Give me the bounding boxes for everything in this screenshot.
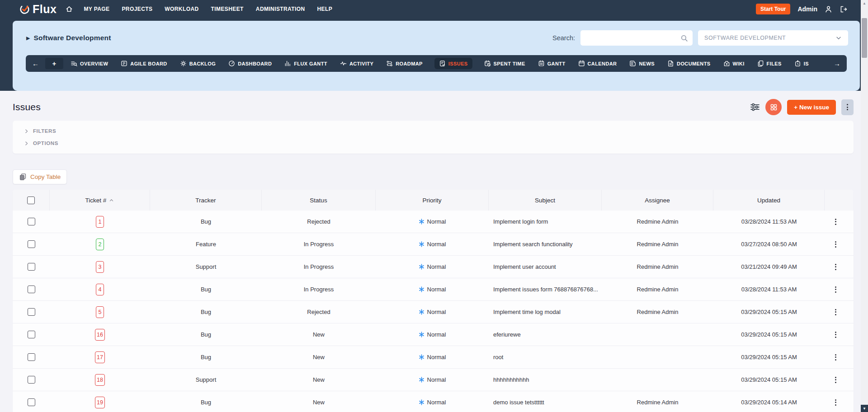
tab-label: AGILE BOARD (130, 61, 167, 66)
column-header-priority[interactable]: Priority (376, 190, 489, 211)
updated-value: 03/27/2024 08:50 AM (741, 241, 797, 248)
search-input[interactable] (585, 35, 680, 42)
scrollbar-thumb[interactable] (862, 18, 867, 58)
ticket-number-badge[interactable]: 18 (95, 374, 105, 386)
tab-is[interactable]: IS (793, 58, 810, 69)
assignee-value: Redmine Admin (637, 241, 679, 248)
row-menu-button[interactable] (825, 377, 846, 383)
row-checkbox[interactable] (28, 263, 35, 271)
row-menu-button[interactable] (825, 264, 846, 270)
tab-gantt[interactable]: GANTT (537, 58, 566, 69)
tab-calendar[interactable]: CALENDAR (577, 58, 618, 69)
priority-cell: Normal (376, 241, 489, 248)
column-header-subject[interactable]: Subject (489, 190, 602, 211)
ticket-number-badge[interactable]: 3 (96, 261, 104, 273)
subject-value[interactable]: demo issue tetstttttt (493, 399, 544, 406)
column-header-tracker[interactable]: Tracker (150, 190, 262, 211)
row-menu-button[interactable] (825, 354, 846, 360)
subject-value[interactable]: Implement search functionality (493, 241, 573, 248)
copy-table-button[interactable]: Copy Table (13, 169, 67, 184)
nav-item-workload[interactable]: WORKLOAD (165, 6, 198, 12)
subject-value[interactable]: Implement user account (493, 263, 556, 270)
new-issue-button[interactable]: + New issue (787, 100, 836, 115)
column-header-updated[interactable]: Updated (713, 190, 825, 211)
nav-item-timesheet[interactable]: TIMESHEET (211, 6, 244, 12)
row-checkbox[interactable] (28, 286, 35, 293)
tab-issues[interactable]: ISSUES (434, 58, 472, 69)
tab-news[interactable]: NEWS (628, 58, 656, 69)
tab-documents[interactable]: DOCUMENTS (666, 58, 712, 69)
start-tour-button[interactable]: Start Tour (756, 4, 790, 14)
nav-item-projects[interactable]: PROJECTS (122, 6, 152, 12)
row-menu-button[interactable] (825, 309, 846, 315)
column-header-assignee[interactable]: Assignee (602, 190, 713, 211)
row-checkbox[interactable] (28, 376, 35, 384)
tab-label: ISSUES (448, 61, 468, 66)
row-menu-button[interactable] (825, 286, 846, 293)
flux-logo[interactable]: Flux (19, 3, 57, 16)
ticket-number-badge[interactable]: 19 (95, 397, 105, 408)
column-header-status[interactable]: Status (262, 190, 376, 211)
select-all-checkbox[interactable] (27, 197, 35, 204)
row-checkbox[interactable] (28, 218, 35, 225)
row-checkbox[interactable] (28, 308, 35, 316)
ticket-number-badge[interactable]: 1 (96, 216, 104, 228)
add-tab-button[interactable]: + (45, 58, 63, 69)
row-menu-button[interactable] (825, 332, 846, 338)
row-menu-button[interactable] (825, 399, 846, 406)
tab-agile-board[interactable]: AGILE BOARD (120, 58, 168, 69)
tab-overview[interactable]: OVERVIEW (70, 58, 109, 69)
scroll-up-icon[interactable]: ▲ (861, 1, 868, 5)
tab-backlog[interactable]: BACKLOG (179, 58, 217, 69)
subject-value[interactable]: hhhhhhhhhhh (493, 376, 529, 383)
home-icon[interactable] (66, 5, 73, 13)
subject-value[interactable]: Implement login form (493, 218, 548, 225)
tab-dashboard[interactable]: DASHBOARD (227, 58, 273, 69)
row-checkbox[interactable] (28, 331, 35, 338)
column-header-ticket[interactable]: Ticket # (50, 190, 150, 211)
row-checkbox[interactable] (28, 398, 35, 406)
ticket-number-badge[interactable]: 5 (96, 306, 104, 318)
tabs-scroll-right-icon[interactable]: → (834, 60, 840, 67)
nav-item-help[interactable]: HELP (317, 6, 333, 12)
options-toggle[interactable]: OPTIONS (24, 140, 842, 146)
user-icon[interactable] (825, 5, 832, 13)
row-menu-button[interactable] (825, 241, 846, 248)
tab-files[interactable]: FILES (756, 58, 783, 69)
tab-spent-time[interactable]: SPENT TIME (483, 58, 526, 69)
subject-value[interactable]: Implement issues form 768876876768... (493, 286, 598, 293)
tab-activity[interactable]: ACTIVITY (339, 58, 374, 69)
more-actions-button[interactable] (841, 99, 854, 115)
nav-item-administration[interactable]: ADMINISTRATION (256, 6, 305, 12)
scroll-down-icon[interactable]: ▼ (861, 405, 868, 412)
priority-normal-icon (419, 309, 425, 315)
filters-toggle[interactable]: FILTERS (24, 128, 842, 134)
subject-value[interactable]: eferiurewe (493, 331, 521, 338)
agile-board-icon (121, 60, 127, 67)
priority-value: Normal (427, 399, 446, 406)
user-name[interactable]: Admin (797, 5, 817, 13)
row-menu-button[interactable] (825, 219, 846, 225)
ticket-number-badge[interactable]: 4 (96, 284, 104, 295)
project-selector[interactable]: SOFTWARE DEVELOPMENT (698, 30, 848, 46)
logout-icon[interactable] (840, 5, 847, 13)
tab-flux-gantt[interactable]: FLUX GANTT (283, 58, 328, 69)
subject-value[interactable]: Implement time log modal (493, 309, 561, 315)
ticket-number-badge[interactable]: 2 (96, 239, 104, 250)
view-grid-button[interactable] (765, 99, 782, 115)
priority-normal-icon (419, 332, 425, 337)
tracker-value: Bug (201, 309, 211, 315)
page-scrollbar[interactable]: ▲ ▼ (861, 0, 868, 412)
tab-roadmap[interactable]: ROADMAP (385, 58, 424, 69)
row-checkbox[interactable] (28, 353, 35, 361)
tab-wiki[interactable]: WIKI (722, 58, 745, 69)
tab-label: DOCUMENTS (677, 61, 711, 66)
subject-value[interactable]: root (493, 354, 503, 360)
filter-sliders-icon[interactable] (750, 102, 760, 112)
ticket-number-badge[interactable]: 16 (95, 329, 105, 341)
ticket-number-badge[interactable]: 17 (95, 351, 105, 363)
row-checkbox[interactable] (28, 240, 35, 248)
tabs-scroll-left-icon[interactable]: ← (32, 60, 39, 67)
breadcrumb[interactable]: ▶ Software Development (26, 34, 111, 42)
nav-item-my-page[interactable]: MY PAGE (84, 6, 109, 12)
